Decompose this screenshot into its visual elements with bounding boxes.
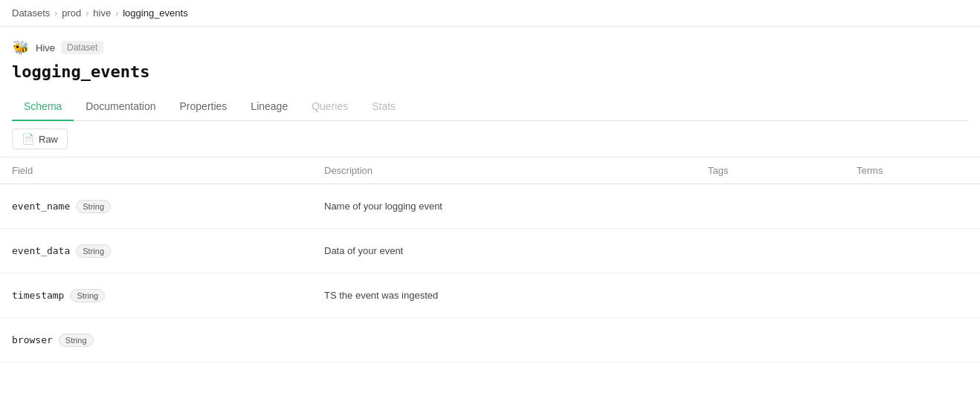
breadcrumb: Datasets › prod › hive › logging_events — [0, 0, 980, 27]
description-event-data: Data of your event — [324, 245, 708, 256]
col-field: Field — [12, 165, 324, 176]
field-cell-timestamp: timestamp String — [12, 289, 324, 302]
col-description: Description — [324, 165, 708, 176]
table-row: browser String — [0, 318, 980, 363]
table-row: event_name String Name of your logging e… — [0, 184, 980, 229]
dataset-badge: Dataset — [61, 41, 103, 54]
table-header: Field Description Tags Terms — [0, 157, 980, 184]
field-name-browser: browser — [12, 334, 53, 345]
breadcrumb-sep-2: › — [86, 8, 88, 19]
tab-lineage[interactable]: Lineage — [239, 93, 300, 121]
raw-button[interactable]: 📄 Raw — [12, 129, 68, 149]
breadcrumb-hive[interactable]: hive — [93, 7, 111, 19]
dataset-meta: 🐝 Hive Dataset — [12, 39, 968, 56]
toolbar: 📄 Raw — [0, 121, 980, 157]
schema-table: Field Description Tags Terms event_name … — [0, 157, 980, 363]
header-section: 🐝 Hive Dataset logging_events Schema Doc… — [0, 27, 980, 121]
breadcrumb-datasets[interactable]: Datasets — [12, 7, 50, 19]
hive-label: Hive — [36, 42, 55, 53]
tab-stats: Stats — [360, 93, 407, 121]
tab-documentation[interactable]: Documentation — [74, 93, 167, 121]
description-timestamp: TS the event was ingested — [324, 290, 708, 301]
breadcrumb-sep-1: › — [54, 8, 57, 19]
field-cell-event-name: event_name String — [12, 200, 324, 213]
field-name-event-data: event_data — [12, 245, 70, 256]
table-row: timestamp String TS the event was ingest… — [0, 273, 980, 318]
col-tags: Tags — [708, 165, 857, 176]
col-terms: Terms — [857, 165, 968, 176]
field-type-timestamp: String — [70, 289, 105, 302]
tabs-nav: Schema Documentation Properties Lineage … — [12, 93, 968, 121]
field-type-event-data: String — [76, 244, 111, 258]
field-cell-event-data: event_data String — [12, 244, 324, 258]
page-title: logging_events — [12, 62, 968, 81]
breadcrumb-prod[interactable]: prod — [62, 7, 81, 19]
field-name-event-name: event_name — [12, 201, 70, 212]
description-event-name: Name of your logging event — [324, 201, 708, 212]
field-type-browser: String — [59, 334, 94, 347]
tab-properties[interactable]: Properties — [168, 93, 239, 121]
field-name-timestamp: timestamp — [12, 290, 64, 301]
field-cell-browser: browser String — [12, 334, 324, 347]
breadcrumb-sep-3: › — [115, 8, 118, 19]
hive-icon: 🐝 — [12, 39, 30, 56]
table-row: event_data String Data of your event — [0, 229, 980, 273]
breadcrumb-current: logging_events — [123, 7, 187, 19]
file-icon: 📄 — [22, 133, 34, 145]
tab-queries: Queries — [300, 93, 360, 121]
tab-schema[interactable]: Schema — [12, 93, 74, 121]
field-type-event-name: String — [76, 200, 111, 213]
raw-button-label: Raw — [39, 134, 58, 145]
